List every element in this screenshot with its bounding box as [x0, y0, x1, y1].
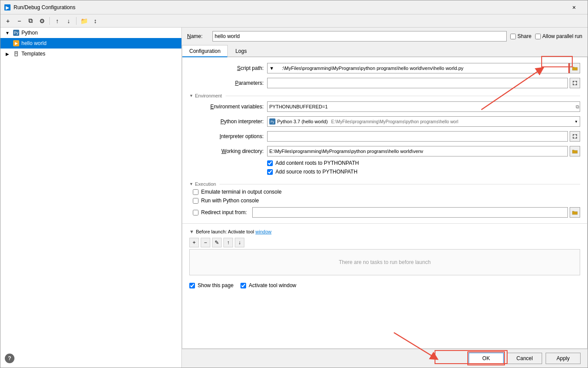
- run-debug-configurations-window: ▶ Run/Debug Configurations × + − ⧉ ⚙ ↑ ↓…: [0, 0, 588, 368]
- settings-button[interactable]: ⚙: [37, 16, 47, 26]
- redirect-input-folder-button[interactable]: [570, 207, 580, 218]
- before-launch-up-button[interactable]: ↑: [223, 238, 233, 247]
- right-panel: Name: Share Allow parallel run Configura…: [182, 28, 588, 368]
- add-content-roots-row: Add content roots to PYTHONPATH: [189, 159, 580, 167]
- script-path-type-dropdown[interactable]: ▼: [267, 63, 280, 73]
- config-tree: ▼ Py Python ▶ hello world: [0, 28, 182, 368]
- script-path-folder-button[interactable]: [570, 63, 580, 73]
- interpreter-path: E:\MyFiles\programming\MyPrograms\python…: [331, 119, 459, 124]
- interpreter-select[interactable]: Py Python 3.7 (hello world) E:\MyFiles\p…: [267, 116, 580, 127]
- configuration-tab[interactable]: Configuration: [182, 45, 228, 57]
- python-interpreter-row: Python interpreter: Py Python 3.7 (hello…: [189, 114, 580, 129]
- interpreter-value: Python 3.7 (hello world): [277, 119, 328, 124]
- run-python-console-label[interactable]: Run with Python console: [201, 198, 259, 204]
- move-down-button[interactable]: ↓: [64, 16, 73, 26]
- before-launch-link[interactable]: window: [255, 229, 271, 234]
- show-page-checkbox[interactable]: [189, 283, 195, 288]
- window-icon: ▶: [4, 4, 11, 11]
- before-launch-text: Before launch: Activate tool window: [196, 229, 271, 234]
- parameters-control: [267, 78, 580, 88]
- parameters-label: Parameters:: [189, 80, 264, 86]
- before-launch-edit-button[interactable]: ✎: [212, 238, 222, 247]
- before-launch-add-button[interactable]: +: [189, 238, 199, 247]
- add-config-button[interactable]: +: [3, 16, 13, 26]
- python-label: Python: [21, 30, 38, 36]
- emulate-terminal-row: Emulate terminal in output console: [189, 187, 580, 196]
- before-launch-remove-button[interactable]: −: [201, 238, 210, 247]
- env-variables-input[interactable]: [267, 101, 580, 112]
- apply-button[interactable]: Apply: [546, 353, 581, 364]
- env-copy-icon: ⧉: [576, 104, 579, 110]
- footer: OK Cancel Apply: [182, 349, 588, 368]
- env-value-wrapper: ⧉: [267, 101, 580, 112]
- cancel-button[interactable]: Cancel: [507, 353, 542, 364]
- script-path-control: ▼: [267, 63, 580, 73]
- show-page-label[interactable]: Show this page: [198, 282, 233, 288]
- execution-section-divider: [219, 184, 580, 184]
- parameters-expand-button[interactable]: [570, 78, 580, 88]
- activate-tool-checkbox[interactable]: [240, 283, 246, 288]
- redirect-input-input[interactable]: [252, 207, 568, 218]
- main-form: Script path: ▼: [182, 57, 587, 223]
- parameters-row: Parameters:: [189, 76, 580, 90]
- python-group[interactable]: ▼ Py Python: [0, 28, 181, 38]
- share-checkbox-area: Share: [510, 33, 532, 39]
- allow-parallel-label: Allow parallel run: [543, 33, 582, 39]
- open-folder-button[interactable]: 📁: [79, 16, 89, 26]
- share-checkbox[interactable]: [510, 34, 516, 39]
- remove-config-button[interactable]: −: [14, 16, 24, 26]
- section-divider: [226, 96, 580, 96]
- working-dir-folder-button[interactable]: [570, 146, 580, 156]
- redirect-input-checkbox[interactable]: [193, 210, 198, 215]
- move-up-button[interactable]: ↑: [52, 16, 62, 26]
- environment-section-header: Environment: [189, 90, 580, 99]
- before-launch-toolbar: + − ✎ ↑ ↓: [189, 236, 580, 249]
- toolbar-separator-2: [76, 17, 77, 25]
- run-python-console-checkbox[interactable]: [193, 198, 198, 204]
- hello-world-config[interactable]: ▶ hello world: [0, 38, 181, 49]
- svg-text:Py: Py: [14, 31, 19, 35]
- add-source-roots-label[interactable]: Add source roots to PYTHONPATH: [275, 169, 358, 175]
- interpreter-options-expand-button[interactable]: [570, 131, 580, 142]
- main-content: ▼ Py Python ▶ hello world: [0, 28, 588, 368]
- before-launch-down-button[interactable]: ↓: [235, 238, 244, 247]
- help-button[interactable]: ?: [5, 354, 14, 363]
- activate-tool-label[interactable]: Activate tool window: [249, 282, 296, 288]
- before-launch-tasks-area: There are no tasks to run before launch: [189, 249, 580, 275]
- svg-text:▶: ▶: [6, 5, 10, 10]
- add-content-roots-label[interactable]: Add content roots to PYTHONPATH: [275, 160, 359, 166]
- script-path-row: Script path: ▼: [189, 61, 580, 76]
- logs-tab[interactable]: Logs: [228, 45, 254, 57]
- name-input[interactable]: [212, 31, 507, 42]
- emulate-terminal-label[interactable]: Emulate terminal in output console: [201, 189, 282, 195]
- add-source-roots-checkbox[interactable]: [267, 169, 273, 175]
- window-title: Run/Debug Configurations: [14, 4, 564, 10]
- redirect-input-label: Redirect input from:: [201, 209, 247, 215]
- templates-expand[interactable]: ▶: [4, 52, 11, 56]
- share-label: Share: [518, 33, 532, 39]
- working-directory-label: Working directory:: [189, 148, 264, 154]
- python-expand[interactable]: ▼: [4, 31, 11, 35]
- working-directory-input[interactable]: [267, 146, 568, 156]
- script-path-input[interactable]: [280, 63, 570, 73]
- sort-button[interactable]: ↕: [90, 16, 100, 26]
- add-content-roots-checkbox[interactable]: [267, 160, 273, 166]
- close-button[interactable]: ×: [564, 0, 584, 14]
- no-tasks-text: There are no tasks to run before launch: [339, 259, 431, 265]
- templates-group[interactable]: ▶ Templates: [0, 49, 181, 59]
- title-bar: ▶ Run/Debug Configurations ×: [0, 0, 588, 14]
- templates-icon: [13, 50, 20, 57]
- interpreter-options-input[interactable]: [267, 131, 568, 142]
- copy-config-button[interactable]: ⧉: [26, 16, 35, 26]
- allow-parallel-checkbox[interactable]: [535, 34, 541, 39]
- bottom-checkboxes: Show this page Activate tool window: [182, 281, 587, 290]
- redirect-input-control: [252, 207, 580, 218]
- emulate-terminal-checkbox[interactable]: [193, 189, 198, 195]
- python-interpreter-control: Py Python 3.7 (hello world) E:\MyFiles\p…: [267, 116, 580, 127]
- before-launch-header: ▼ Before launch: Activate tool window: [189, 227, 580, 236]
- parameters-input[interactable]: [267, 78, 568, 88]
- run-config-icon: ▶: [13, 40, 20, 47]
- ok-button[interactable]: OK: [469, 353, 504, 364]
- interpreter-dropdown-arrow-icon: ▼: [574, 120, 578, 124]
- env-variables-control: ⧉: [267, 101, 580, 112]
